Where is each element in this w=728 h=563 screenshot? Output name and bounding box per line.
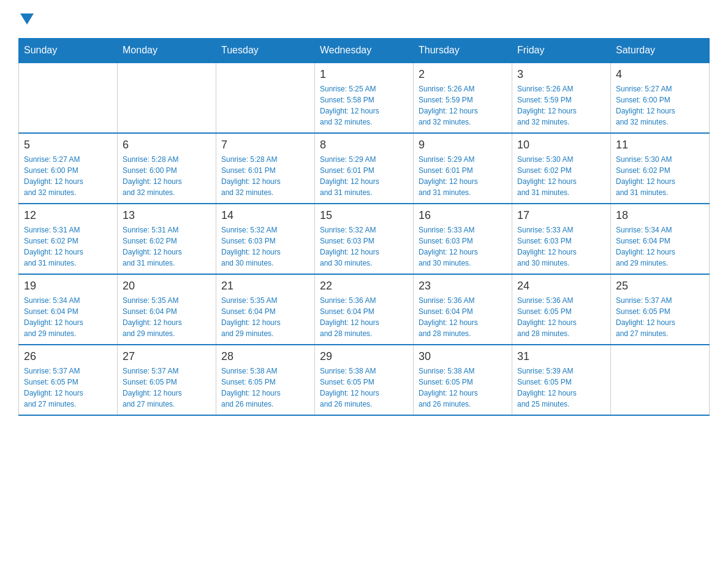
calendar-cell: 19Sunrise: 5:34 AMSunset: 6:04 PMDayligh… [19,274,118,345]
calendar-header-saturday: Saturday [611,39,710,63]
calendar-table: SundayMondayTuesdayWednesdayThursdayFrid… [18,38,710,416]
calendar-week-row: 5Sunrise: 5:27 AMSunset: 6:00 PMDaylight… [19,133,710,204]
day-info: Sunrise: 5:35 AMSunset: 6:04 PMDaylight:… [123,295,211,339]
calendar-header-thursday: Thursday [414,39,512,63]
day-info: Sunrise: 5:37 AMSunset: 6:05 PMDaylight:… [616,295,704,339]
day-info: Sunrise: 5:33 AMSunset: 6:03 PMDaylight:… [517,224,605,269]
day-info: Sunrise: 5:36 AMSunset: 6:04 PMDaylight:… [320,295,408,339]
calendar-cell [216,63,315,133]
day-number: 5 [24,139,112,151]
calendar-cell: 25Sunrise: 5:37 AMSunset: 6:05 PMDayligh… [611,274,710,345]
calendar-cell: 29Sunrise: 5:38 AMSunset: 6:05 PMDayligh… [315,345,414,415]
calendar-header-monday: Monday [118,39,216,63]
day-info: Sunrise: 5:30 AMSunset: 6:02 PMDaylight:… [616,154,704,198]
calendar-cell [611,345,710,415]
calendar-cell: 5Sunrise: 5:27 AMSunset: 6:00 PMDaylight… [19,133,118,204]
calendar-header-friday: Friday [512,39,611,63]
calendar-cell: 16Sunrise: 5:33 AMSunset: 6:03 PMDayligh… [414,204,512,274]
day-number: 23 [419,280,507,293]
calendar-cell: 15Sunrise: 5:32 AMSunset: 6:03 PMDayligh… [315,204,414,274]
day-number: 7 [221,139,309,151]
day-info: Sunrise: 5:27 AMSunset: 6:00 PMDaylight:… [24,154,112,198]
calendar-cell [19,63,118,133]
day-info: Sunrise: 5:31 AMSunset: 6:02 PMDaylight:… [24,224,112,269]
calendar-week-row: 19Sunrise: 5:34 AMSunset: 6:04 PMDayligh… [19,274,710,345]
calendar-cell: 31Sunrise: 5:39 AMSunset: 6:05 PMDayligh… [512,345,611,415]
calendar-cell: 30Sunrise: 5:38 AMSunset: 6:05 PMDayligh… [414,345,512,415]
day-info: Sunrise: 5:36 AMSunset: 6:05 PMDaylight:… [517,295,605,339]
calendar-header-tuesday: Tuesday [216,39,315,63]
day-number: 28 [221,350,309,363]
day-info: Sunrise: 5:28 AMSunset: 6:01 PMDaylight:… [221,154,309,198]
day-info: Sunrise: 5:34 AMSunset: 6:04 PMDaylight:… [24,295,112,339]
day-info: Sunrise: 5:35 AMSunset: 6:04 PMDaylight:… [221,295,309,339]
day-number: 22 [320,280,408,293]
day-number: 10 [517,139,605,151]
calendar-cell: 18Sunrise: 5:34 AMSunset: 6:04 PMDayligh… [611,204,710,274]
calendar-cell: 22Sunrise: 5:36 AMSunset: 6:04 PMDayligh… [315,274,414,345]
day-info: Sunrise: 5:31 AMSunset: 6:02 PMDaylight:… [123,224,211,269]
calendar-header-sunday: Sunday [19,39,118,63]
calendar-cell: 2Sunrise: 5:26 AMSunset: 5:59 PMDaylight… [414,63,512,133]
calendar-cell: 8Sunrise: 5:29 AMSunset: 6:01 PMDaylight… [315,133,414,204]
calendar-cell: 4Sunrise: 5:27 AMSunset: 6:00 PMDaylight… [611,63,710,133]
calendar-cell: 11Sunrise: 5:30 AMSunset: 6:02 PMDayligh… [611,133,710,204]
calendar-cell: 17Sunrise: 5:33 AMSunset: 6:03 PMDayligh… [512,204,611,274]
day-info: Sunrise: 5:26 AMSunset: 5:59 PMDaylight:… [517,83,605,128]
day-number: 9 [419,139,507,151]
calendar-cell: 28Sunrise: 5:38 AMSunset: 6:05 PMDayligh… [216,345,315,415]
calendar-cell: 3Sunrise: 5:26 AMSunset: 5:59 PMDaylight… [512,63,611,133]
day-info: Sunrise: 5:37 AMSunset: 6:05 PMDaylight:… [123,366,211,410]
calendar-cell: 13Sunrise: 5:31 AMSunset: 6:02 PMDayligh… [118,204,216,274]
day-info: Sunrise: 5:25 AMSunset: 5:58 PMDaylight:… [320,83,408,128]
calendar-cell: 21Sunrise: 5:35 AMSunset: 6:04 PMDayligh… [216,274,315,345]
calendar-cell: 27Sunrise: 5:37 AMSunset: 6:05 PMDayligh… [118,345,216,415]
day-number: 4 [616,68,704,81]
day-number: 8 [320,139,408,151]
day-info: Sunrise: 5:32 AMSunset: 6:03 PMDaylight:… [221,224,309,269]
day-number: 1 [320,68,408,81]
calendar-header-row: SundayMondayTuesdayWednesdayThursdayFrid… [19,39,710,63]
day-number: 24 [517,280,605,293]
day-number: 12 [24,209,112,222]
day-number: 29 [320,350,408,363]
calendar-cell: 7Sunrise: 5:28 AMSunset: 6:01 PMDaylight… [216,133,315,204]
day-number: 19 [24,280,112,293]
day-info: Sunrise: 5:34 AMSunset: 6:04 PMDaylight:… [616,224,704,269]
calendar-week-row: 1Sunrise: 5:25 AMSunset: 5:58 PMDaylight… [19,63,710,133]
day-number: 18 [616,209,704,222]
calendar-cell: 26Sunrise: 5:37 AMSunset: 6:05 PMDayligh… [19,345,118,415]
page-header [18,12,710,26]
day-number: 17 [517,209,605,222]
day-info: Sunrise: 5:33 AMSunset: 6:03 PMDaylight:… [419,224,507,269]
day-number: 26 [24,350,112,363]
day-number: 11 [616,139,704,151]
day-number: 30 [419,350,507,363]
day-number: 31 [517,350,605,363]
calendar-cell: 24Sunrise: 5:36 AMSunset: 6:05 PMDayligh… [512,274,611,345]
day-number: 2 [419,68,507,81]
calendar-cell: 23Sunrise: 5:36 AMSunset: 6:04 PMDayligh… [414,274,512,345]
calendar-cell: 10Sunrise: 5:30 AMSunset: 6:02 PMDayligh… [512,133,611,204]
day-number: 14 [221,209,309,222]
day-number: 27 [123,350,211,363]
day-number: 21 [221,280,309,293]
day-number: 15 [320,209,408,222]
day-info: Sunrise: 5:30 AMSunset: 6:02 PMDaylight:… [517,154,605,198]
calendar-cell [118,63,216,133]
calendar-cell: 1Sunrise: 5:25 AMSunset: 5:58 PMDaylight… [315,63,414,133]
logo [18,12,34,26]
day-info: Sunrise: 5:27 AMSunset: 6:00 PMDaylight:… [616,83,704,128]
day-info: Sunrise: 5:38 AMSunset: 6:05 PMDaylight:… [419,366,507,410]
svg-marker-0 [20,13,34,25]
day-info: Sunrise: 5:39 AMSunset: 6:05 PMDaylight:… [517,366,605,410]
day-number: 3 [517,68,605,81]
day-info: Sunrise: 5:38 AMSunset: 6:05 PMDaylight:… [221,366,309,410]
calendar-cell: 6Sunrise: 5:28 AMSunset: 6:00 PMDaylight… [118,133,216,204]
logo-triangle-icon [20,13,34,25]
day-number: 20 [123,280,211,293]
day-number: 13 [123,209,211,222]
day-info: Sunrise: 5:32 AMSunset: 6:03 PMDaylight:… [320,224,408,269]
day-info: Sunrise: 5:29 AMSunset: 6:01 PMDaylight:… [419,154,507,198]
day-info: Sunrise: 5:26 AMSunset: 5:59 PMDaylight:… [419,83,507,128]
